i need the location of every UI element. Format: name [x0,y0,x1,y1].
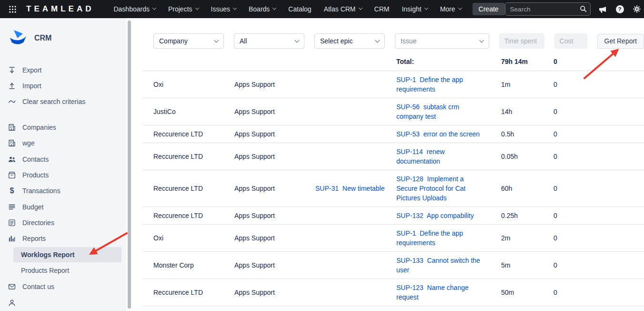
epic-cell [315,225,396,252]
crm-app-logo: CRM [0,29,126,48]
epic-filter-select[interactable]: Select epic [314,33,385,49]
project-cell: Apps Support [234,252,315,279]
sidebar-item-companies[interactable]: Companies [0,119,126,135]
sidebar-item-wge[interactable]: wge [0,135,126,151]
topnav-icon-group: ? [598,5,641,13]
sidebar-item-budget[interactable]: Budget [0,199,126,215]
select-value: All [240,37,247,45]
sidebar-item-label: Products [22,171,49,179]
sidebar-item-contact-us[interactable]: Contact us [0,279,126,295]
announcement-icon[interactable] [598,5,607,13]
nav-more[interactable]: More [434,0,468,18]
issue-link[interactable]: SUP-1 Define the app requirements [396,229,465,247]
gear-icon[interactable] [633,5,641,13]
issue-link[interactable]: SUP-114 renew documentation [396,148,447,165]
sidebar-item-label: Contact us [22,283,54,290]
create-button[interactable]: Create [473,3,505,15]
sidebar-item-contacts[interactable]: Contacts [0,151,126,167]
nav-issues[interactable]: Issues [205,0,242,18]
project-cell: Apps Support [234,170,315,207]
sidebar-item-clear-search[interactable]: Clear search criterias [0,94,126,110]
time-spent-cell: 1m [501,71,553,98]
chevron-down-icon [458,6,462,10]
time-spent-cell: 14h [501,98,553,125]
sidebar-item-transactions[interactable]: $ Transactions [0,183,126,199]
issue-link[interactable]: SUP-133 Cannot switch the user [396,257,482,274]
issue-link[interactable]: SUP-1 Define the app requirements [396,76,465,93]
sidebar-item-label: Directories [22,219,54,227]
chevron-down-icon [480,38,484,42]
nav-label: Insight [402,5,421,13]
epic-cell [315,279,396,306]
sidebar-item-label: wge [22,139,35,147]
issue-link[interactable]: SUP-53 error on the screen [396,130,480,138]
cost-cell: 0 [553,306,644,311]
company-cell: Reccurence LTD [143,170,234,207]
sidebar-item-label: Export [22,66,41,74]
sidebar-item-reports[interactable]: Reports [0,231,126,247]
crm-app-title: CRM [34,34,51,42]
epic-cell [315,125,396,143]
issue-filter-select[interactable]: Issue [395,33,489,49]
nav-label: Catalog [288,5,311,13]
company-cell: Oxi [143,71,234,98]
nav-insight[interactable]: Insight [395,0,433,18]
import-icon [8,82,16,90]
epic-cell [315,71,396,98]
epic-link[interactable]: SUP-31 New timetable [315,185,385,192]
sidebar-item-import[interactable]: Import [0,78,126,93]
chevron-down-icon [195,6,199,10]
epic-cell [315,207,396,225]
epic-cell [315,98,396,125]
help-icon[interactable]: ? [616,5,624,13]
issue-link[interactable]: SUP-132 App compability [396,212,474,219]
table-row: Reccurence LTD Apps Support SUP-132 App … [143,306,644,311]
sidebar-item-worklogs-report[interactable]: Worklogs Report [13,247,121,262]
sidebar-item-export[interactable]: Export [0,62,126,78]
directory-icon [8,218,16,227]
search-icon[interactable] [580,5,587,14]
nav-boards[interactable]: Boards [242,0,282,18]
project-filter-select[interactable]: All [234,33,304,49]
nav-label: Dashboards [113,5,150,13]
box-icon [8,171,16,179]
sidebar-divider [0,110,126,119]
select-value: Select epic [320,37,352,45]
get-report-button[interactable]: Get Report [597,34,644,49]
nav-dashboards[interactable]: Dashboards [107,0,162,18]
project-cell: Apps Support [234,71,315,98]
cost-cell: 0 [553,225,644,252]
search-input[interactable] [505,2,591,16]
person-icon [8,299,16,307]
sidebar-scrollbar-thumb[interactable] [128,21,131,309]
time-spent-cell: 0.5h [501,125,553,143]
issue-link[interactable]: SUP-123 Name change request [396,284,471,301]
company-cell: JustiCo [143,98,234,125]
sidebar-item-label: Companies [22,124,56,131]
sidebar-item-products[interactable]: Products [0,167,126,183]
issue-link[interactable]: SUP-56 subtask crm company test [396,103,461,120]
nav-catalog[interactable]: Catalog [282,0,317,18]
dollar-icon: $ [8,187,16,195]
worklogs-table: Total: 79h 14m 0 Oxi Apps Support SUP-1 … [143,52,644,311]
table-row: JustiCo Apps Support SUP-56 subtask crm … [143,98,644,125]
issue-link[interactable]: SUP-128 Implement a Secure Protocol for … [396,175,467,202]
issue-cell: SUP-1 Define the app requirements [396,71,501,98]
project-cell: Apps Support [234,125,315,143]
sidebar-item-profile-partial[interactable] [0,295,126,311]
nav-projects[interactable]: Projects [162,0,205,18]
epic-cell [315,252,396,279]
brand-logo[interactable]: TEAMLEAD [26,4,94,14]
app-switcher-icon[interactable] [9,5,17,13]
time-spent-cell: 0.25h [501,207,553,225]
nav-atlas-crm[interactable]: Atlas CRM [318,0,368,18]
company-cell: Reccurence LTD [143,306,234,311]
sidebar-item-directories[interactable]: Directories [0,215,126,230]
chevron-down-icon [214,38,219,42]
contacts-icon [8,155,16,164]
table-total-row: Total: 79h 14m 0 [143,52,644,71]
sidebar-item-products-report[interactable]: Products Report [0,263,126,278]
table-row: Oxi Apps Support SUP-1 Define the app re… [143,225,644,252]
nav-crm[interactable]: CRM [368,0,396,18]
company-filter-select[interactable]: Company [153,33,224,49]
